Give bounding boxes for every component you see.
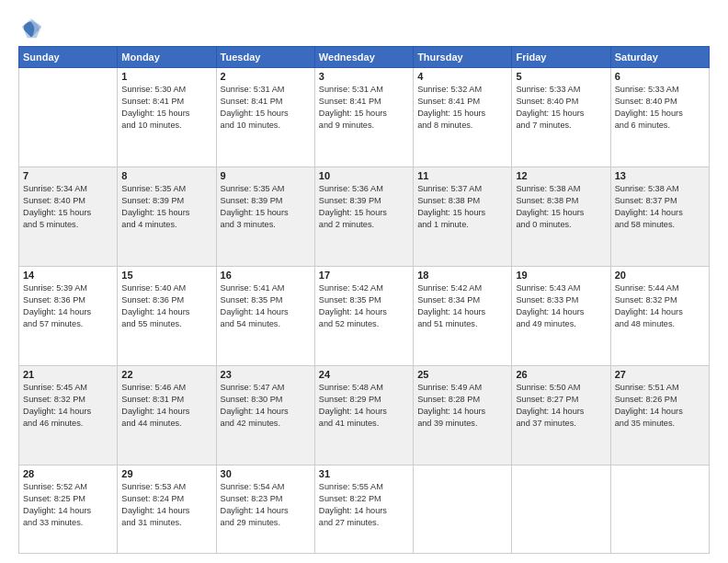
logo-icon	[18, 15, 44, 40]
table-row: 2Sunrise: 5:31 AM Sunset: 8:41 PM Daylig…	[216, 68, 314, 167]
day-number: 22	[121, 369, 211, 380]
day-info: Sunrise: 5:54 AM Sunset: 8:23 PM Dayligh…	[221, 481, 311, 529]
table-row: 30Sunrise: 5:54 AM Sunset: 8:23 PM Dayli…	[216, 465, 314, 554]
day-info: Sunrise: 5:39 AM Sunset: 8:36 PM Dayligh…	[23, 282, 113, 330]
header	[18, 15, 710, 40]
table-row	[19, 68, 118, 167]
day-info: Sunrise: 5:42 AM Sunset: 8:35 PM Dayligh…	[319, 282, 409, 330]
table-row: 26Sunrise: 5:50 AM Sunset: 8:27 PM Dayli…	[512, 366, 610, 465]
day-info: Sunrise: 5:38 AM Sunset: 8:37 PM Dayligh…	[615, 183, 705, 231]
day-number: 15	[121, 270, 211, 281]
table-row: 21Sunrise: 5:45 AM Sunset: 8:32 PM Dayli…	[19, 366, 118, 465]
day-info: Sunrise: 5:31 AM Sunset: 8:41 PM Dayligh…	[319, 84, 409, 132]
day-number: 25	[417, 369, 507, 380]
day-info: Sunrise: 5:51 AM Sunset: 8:26 PM Dayligh…	[615, 382, 705, 430]
table-row: 5Sunrise: 5:33 AM Sunset: 8:40 PM Daylig…	[512, 68, 610, 167]
day-info: Sunrise: 5:48 AM Sunset: 8:29 PM Dayligh…	[319, 382, 409, 430]
day-number: 20	[615, 270, 705, 281]
day-number: 29	[121, 468, 211, 479]
table-row: 20Sunrise: 5:44 AM Sunset: 8:32 PM Dayli…	[610, 267, 709, 366]
day-number: 7	[23, 170, 113, 181]
col-friday: Friday	[512, 47, 610, 68]
calendar-table: Sunday Monday Tuesday Wednesday Thursday…	[18, 46, 710, 554]
table-row	[512, 465, 610, 554]
table-row: 1Sunrise: 5:30 AM Sunset: 8:41 PM Daylig…	[118, 68, 216, 167]
table-row: 13Sunrise: 5:38 AM Sunset: 8:37 PM Dayli…	[610, 167, 709, 267]
day-number: 1	[121, 71, 211, 82]
day-number: 12	[516, 170, 606, 181]
day-info: Sunrise: 5:38 AM Sunset: 8:38 PM Dayligh…	[516, 183, 606, 231]
table-row: 8Sunrise: 5:35 AM Sunset: 8:39 PM Daylig…	[118, 167, 216, 267]
calendar-header-row: Sunday Monday Tuesday Wednesday Thursday…	[19, 47, 710, 68]
day-number: 4	[417, 71, 507, 82]
day-info: Sunrise: 5:42 AM Sunset: 8:34 PM Dayligh…	[417, 282, 507, 330]
day-number: 10	[319, 170, 409, 181]
col-saturday: Saturday	[610, 47, 709, 68]
table-row: 18Sunrise: 5:42 AM Sunset: 8:34 PM Dayli…	[414, 267, 512, 366]
table-row: 9Sunrise: 5:35 AM Sunset: 8:39 PM Daylig…	[216, 167, 314, 267]
table-row: 10Sunrise: 5:36 AM Sunset: 8:39 PM Dayli…	[314, 167, 413, 267]
day-number: 27	[615, 369, 705, 380]
day-info: Sunrise: 5:30 AM Sunset: 8:41 PM Dayligh…	[121, 84, 211, 132]
table-row: 24Sunrise: 5:48 AM Sunset: 8:29 PM Dayli…	[314, 366, 413, 465]
day-number: 19	[516, 270, 606, 281]
day-number: 3	[319, 71, 409, 82]
day-number: 23	[221, 369, 311, 380]
col-thursday: Thursday	[414, 47, 512, 68]
day-info: Sunrise: 5:47 AM Sunset: 8:30 PM Dayligh…	[221, 382, 311, 430]
day-info: Sunrise: 5:31 AM Sunset: 8:41 PM Dayligh…	[221, 84, 311, 132]
table-row: 12Sunrise: 5:38 AM Sunset: 8:38 PM Dayli…	[512, 167, 610, 267]
table-row: 4Sunrise: 5:32 AM Sunset: 8:41 PM Daylig…	[414, 68, 512, 167]
table-row: 7Sunrise: 5:34 AM Sunset: 8:40 PM Daylig…	[19, 167, 118, 267]
day-number: 16	[221, 270, 311, 281]
col-wednesday: Wednesday	[314, 47, 413, 68]
table-row: 14Sunrise: 5:39 AM Sunset: 8:36 PM Dayli…	[19, 267, 118, 366]
day-number: 5	[516, 71, 606, 82]
day-info: Sunrise: 5:44 AM Sunset: 8:32 PM Dayligh…	[615, 282, 705, 330]
day-info: Sunrise: 5:53 AM Sunset: 8:24 PM Dayligh…	[121, 481, 211, 529]
day-number: 24	[319, 369, 409, 380]
day-number: 11	[417, 170, 507, 181]
col-sunday: Sunday	[19, 47, 118, 68]
table-row: 25Sunrise: 5:49 AM Sunset: 8:28 PM Dayli…	[414, 366, 512, 465]
day-info: Sunrise: 5:55 AM Sunset: 8:22 PM Dayligh…	[319, 481, 409, 529]
page: Sunday Monday Tuesday Wednesday Thursday…	[0, 0, 728, 563]
day-info: Sunrise: 5:35 AM Sunset: 8:39 PM Dayligh…	[121, 183, 211, 231]
day-number: 17	[319, 270, 409, 281]
col-tuesday: Tuesday	[216, 47, 314, 68]
day-info: Sunrise: 5:37 AM Sunset: 8:38 PM Dayligh…	[417, 183, 507, 231]
day-number: 9	[221, 170, 311, 181]
day-info: Sunrise: 5:33 AM Sunset: 8:40 PM Dayligh…	[615, 84, 705, 132]
logo	[18, 15, 48, 40]
day-number: 26	[516, 369, 606, 380]
day-info: Sunrise: 5:40 AM Sunset: 8:36 PM Dayligh…	[121, 282, 211, 330]
table-row: 19Sunrise: 5:43 AM Sunset: 8:33 PM Dayli…	[512, 267, 610, 366]
table-row: 28Sunrise: 5:52 AM Sunset: 8:25 PM Dayli…	[19, 465, 118, 554]
table-row: 15Sunrise: 5:40 AM Sunset: 8:36 PM Dayli…	[118, 267, 216, 366]
table-row: 23Sunrise: 5:47 AM Sunset: 8:30 PM Dayli…	[216, 366, 314, 465]
day-number: 14	[23, 270, 113, 281]
day-info: Sunrise: 5:52 AM Sunset: 8:25 PM Dayligh…	[23, 481, 113, 529]
day-info: Sunrise: 5:36 AM Sunset: 8:39 PM Dayligh…	[319, 183, 409, 231]
day-info: Sunrise: 5:49 AM Sunset: 8:28 PM Dayligh…	[417, 382, 507, 430]
table-row	[610, 465, 709, 554]
day-number: 18	[417, 270, 507, 281]
table-row: 17Sunrise: 5:42 AM Sunset: 8:35 PM Dayli…	[314, 267, 413, 366]
day-number: 8	[121, 170, 211, 181]
table-row: 16Sunrise: 5:41 AM Sunset: 8:35 PM Dayli…	[216, 267, 314, 366]
day-info: Sunrise: 5:32 AM Sunset: 8:41 PM Dayligh…	[417, 84, 507, 132]
table-row: 3Sunrise: 5:31 AM Sunset: 8:41 PM Daylig…	[314, 68, 413, 167]
day-number: 30	[221, 468, 311, 479]
day-info: Sunrise: 5:46 AM Sunset: 8:31 PM Dayligh…	[121, 382, 211, 430]
table-row: 29Sunrise: 5:53 AM Sunset: 8:24 PM Dayli…	[118, 465, 216, 554]
day-number: 21	[23, 369, 113, 380]
day-number: 31	[319, 468, 409, 479]
day-number: 13	[615, 170, 705, 181]
day-info: Sunrise: 5:50 AM Sunset: 8:27 PM Dayligh…	[516, 382, 606, 430]
table-row: 31Sunrise: 5:55 AM Sunset: 8:22 PM Dayli…	[314, 465, 413, 554]
table-row	[414, 465, 512, 554]
table-row: 27Sunrise: 5:51 AM Sunset: 8:26 PM Dayli…	[610, 366, 709, 465]
day-info: Sunrise: 5:35 AM Sunset: 8:39 PM Dayligh…	[221, 183, 311, 231]
day-number: 2	[221, 71, 311, 82]
table-row: 22Sunrise: 5:46 AM Sunset: 8:31 PM Dayli…	[118, 366, 216, 465]
